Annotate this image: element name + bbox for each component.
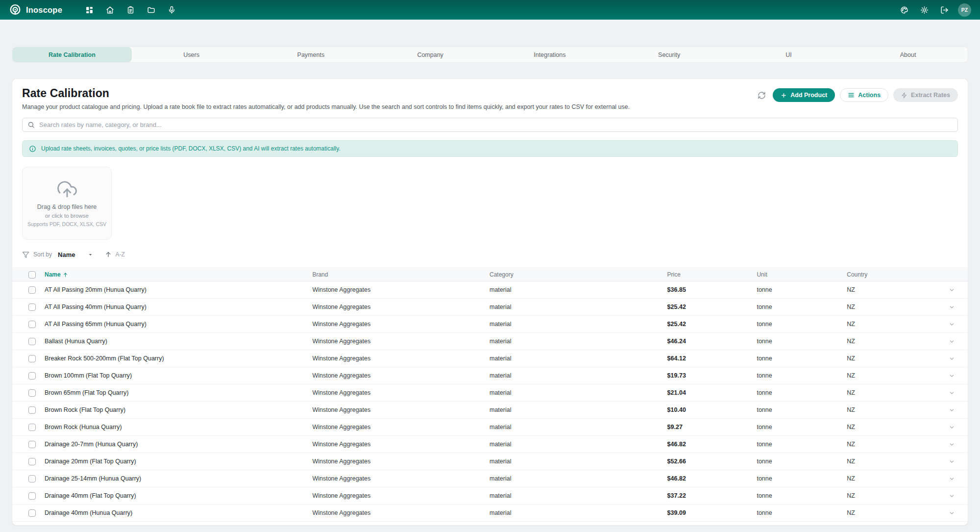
product-category: material	[490, 424, 667, 431]
table-row[interactable]: Drainage 25-14mm (Hunua Quarry) Winstone…	[12, 470, 968, 487]
product-name: Drainage 20-7mm (Hunua Quarry)	[45, 441, 312, 448]
microphone-icon[interactable]	[165, 3, 178, 16]
logout-icon[interactable]	[938, 3, 951, 16]
row-expand-chevron[interactable]	[940, 458, 968, 465]
top-right-controls: PZ	[898, 3, 971, 17]
tab-payments[interactable]: Payments	[251, 47, 371, 62]
tab-company[interactable]: Company	[370, 47, 490, 62]
product-category: material	[490, 286, 667, 293]
table-row[interactable]: Drainage 40mm (Hunua Quarry) Winstone Ag…	[12, 505, 968, 522]
refresh-icon[interactable]	[756, 89, 768, 101]
table-row[interactable]: Drainage 20-7mm (Hunua Quarry) Winstone …	[12, 436, 968, 453]
actions-button[interactable]: Actions	[840, 88, 888, 102]
row-expand-chevron[interactable]	[940, 510, 968, 516]
file-dropzone[interactable]: Drag & drop files here or click to brows…	[22, 167, 112, 240]
table-row[interactable]: Brown 100mm (Flat Top Quarry) Winstone A…	[12, 367, 968, 384]
row-expand-chevron[interactable]	[940, 493, 968, 499]
table-row[interactable]: Ballast (Hunua Quarry) Winstone Aggregat…	[12, 333, 968, 350]
product-price: $19.73	[667, 372, 757, 379]
table-row[interactable]: Brown Rock (Hunua Quarry) Winstone Aggre…	[12, 419, 968, 436]
dashboard-icon[interactable]	[83, 3, 96, 16]
row-checkbox[interactable]	[28, 372, 36, 380]
product-price: $46.82	[667, 475, 757, 482]
info-banner: Upload rate sheets, invoices, quotes, or…	[22, 140, 958, 157]
tab-security[interactable]: Security	[610, 47, 729, 62]
table-row[interactable]: AT All Passing 65mm (Hunua Quarry) Winst…	[12, 316, 968, 333]
home-icon[interactable]	[103, 3, 116, 16]
actions-label: Actions	[858, 92, 881, 99]
select-all-checkbox[interactable]	[28, 271, 36, 279]
tab-about[interactable]: About	[848, 47, 968, 62]
tab-ui[interactable]: UI	[729, 47, 849, 62]
tab-label: Company	[417, 51, 443, 58]
row-checkbox[interactable]	[28, 355, 36, 362]
tab-integrations[interactable]: Integrations	[490, 47, 610, 62]
product-price: $46.24	[667, 338, 757, 345]
tab-label: Security	[658, 51, 680, 58]
row-checkbox[interactable]	[28, 492, 36, 500]
product-name: Breaker Rock 500-200mm (Flat Top Quarry)	[45, 355, 312, 362]
row-expand-chevron[interactable]	[940, 321, 968, 328]
sort-field-select[interactable]: Name	[56, 251, 95, 258]
row-expand-chevron[interactable]	[940, 287, 968, 293]
avatar[interactable]: PZ	[958, 3, 971, 17]
row-expand-chevron[interactable]	[940, 424, 968, 431]
table-row[interactable]: Breaker Rock 500-200mm (Flat Top Quarry)…	[12, 350, 968, 367]
table-row[interactable]: Drainage 40mm (Flat Top Quarry) Winstone…	[12, 487, 968, 505]
tab-users[interactable]: Users	[132, 47, 251, 62]
row-checkbox[interactable]	[28, 509, 36, 517]
product-category: material	[490, 389, 667, 396]
product-category: material	[490, 492, 667, 499]
product-unit: tonne	[757, 355, 847, 362]
product-unit: tonne	[757, 458, 847, 465]
product-price: $39.09	[667, 509, 757, 516]
row-expand-chevron[interactable]	[940, 338, 968, 345]
add-product-label: Add Product	[790, 92, 827, 99]
product-name: Ballast (Hunua Quarry)	[45, 338, 312, 345]
row-expand-chevron[interactable]	[940, 407, 968, 413]
settings-icon[interactable]	[918, 3, 931, 16]
product-brand: Winstone Aggregates	[312, 458, 490, 465]
row-checkbox[interactable]	[28, 406, 36, 414]
product-country: NZ	[847, 372, 940, 379]
row-checkbox[interactable]	[28, 458, 36, 465]
chevron-down-icon	[949, 510, 955, 516]
table-header-row: Name Brand Category Price Unit Country	[12, 268, 968, 281]
chevron-down-icon	[949, 390, 955, 396]
row-expand-chevron[interactable]	[940, 476, 968, 482]
row-checkbox[interactable]	[28, 475, 36, 482]
table-row[interactable]: AT All Passing 20mm (Hunua Quarry) Winst…	[12, 281, 968, 299]
row-expand-chevron[interactable]	[940, 304, 968, 310]
product-brand: Winstone Aggregates	[312, 492, 490, 499]
column-header-name[interactable]: Name	[45, 271, 312, 278]
clipboard-icon[interactable]	[124, 3, 137, 16]
sort-direction-toggle[interactable]: A-Z	[105, 251, 124, 258]
product-price: $64.12	[667, 355, 757, 362]
product-brand: Winstone Aggregates	[312, 338, 490, 345]
product-name: Drainage 25-14mm (Hunua Quarry)	[45, 475, 312, 482]
table-row[interactable]: AT All Passing 40mm (Hunua Quarry) Winst…	[12, 299, 968, 316]
row-checkbox[interactable]	[28, 389, 36, 397]
row-expand-chevron[interactable]	[940, 390, 968, 396]
table-row[interactable]: Brown Rock (Flat Top Quarry) Winstone Ag…	[12, 402, 968, 419]
tab-rate-calibration[interactable]: Rate Calibration	[12, 47, 132, 62]
extract-rates-button[interactable]: Extract Rates	[893, 88, 958, 102]
table-row[interactable]: Brown 65mm (Flat Top Quarry) Winstone Ag…	[12, 384, 968, 402]
table-row[interactable]: Drainage 20mm (Flat Top Quarry) Winstone…	[12, 453, 968, 470]
row-expand-chevron[interactable]	[940, 441, 968, 448]
row-checkbox[interactable]	[28, 424, 36, 431]
row-checkbox[interactable]	[28, 286, 36, 294]
brand[interactable]: Inoscope	[9, 3, 62, 16]
add-product-button[interactable]: Add Product	[773, 88, 835, 102]
row-checkbox[interactable]	[28, 304, 36, 311]
caret-down-icon	[88, 252, 93, 257]
palette-icon[interactable]	[898, 3, 910, 16]
row-expand-chevron[interactable]	[940, 373, 968, 379]
folder-icon[interactable]	[145, 3, 157, 16]
search-input[interactable]	[39, 121, 953, 128]
row-checkbox[interactable]	[28, 441, 36, 448]
row-checkbox[interactable]	[28, 321, 36, 328]
row-checkbox[interactable]	[28, 338, 36, 345]
row-expand-chevron[interactable]	[940, 355, 968, 362]
product-price: $21.04	[667, 389, 757, 396]
